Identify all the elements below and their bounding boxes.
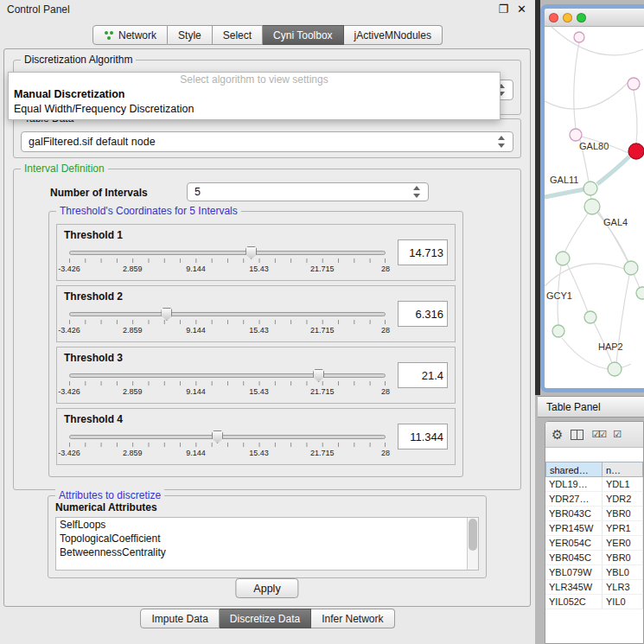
select-columns-icon[interactable]: ☑☑ [591, 429, 605, 440]
scale-tick-label: 2.859 [123, 265, 143, 273]
scrollbar[interactable] [467, 518, 478, 570]
slider-track[interactable] [69, 435, 386, 439]
slider-ticks [69, 443, 386, 447]
tab-label: Impute Data [151, 613, 207, 625]
tab-impute-data[interactable]: Impute Data [140, 609, 219, 628]
tab-label: Infer Network [322, 613, 383, 625]
table-data-combobox[interactable]: galFiltered.sif default node [21, 131, 513, 152]
close-traffic-light-icon[interactable] [549, 13, 558, 22]
scale-tick-label: 15.43 [249, 387, 269, 396]
algorithm-option[interactable]: Equal Width/Frequency Discretization [9, 102, 500, 117]
scale-tick-label: 21.715 [310, 326, 335, 335]
scrollbar-thumb[interactable] [469, 519, 477, 551]
slider-thumb[interactable] [313, 369, 324, 382]
table-row[interactable]: YDL19…YDL1 [545, 477, 643, 492]
algorithm-dropdown-popup: Select algorithm to view settings Manual… [8, 72, 501, 120]
network-node[interactable] [570, 129, 582, 141]
slider-thumb[interactable] [245, 246, 257, 259]
algorithm-option[interactable]: Manual Discretization [9, 87, 500, 102]
minimize-traffic-light-icon[interactable] [563, 13, 572, 22]
slider-track[interactable] [69, 312, 386, 316]
column-header[interactable]: n… [603, 462, 643, 477]
float-window-icon[interactable]: ❐ [498, 3, 508, 16]
network-edge[interactable] [564, 214, 588, 252]
network-node[interactable] [556, 252, 570, 265]
scale-tick-label: 21.715 [310, 265, 335, 273]
network-node[interactable] [636, 287, 644, 299]
network-node[interactable] [552, 325, 564, 337]
attribute-item[interactable]: TopologicalCoefficient [56, 532, 478, 545]
table-row[interactable]: YBR043CYBR0 [545, 507, 643, 521]
network-edge[interactable] [545, 189, 584, 197]
tab-discretize-data[interactable]: Discretize Data [220, 609, 311, 628]
network-node[interactable] [583, 182, 597, 195]
table-row[interactable]: YLR345WYLR3 [545, 580, 643, 595]
application: Control Panel ❐ ✕ NetworkStyleSelectCyni… [0, 0, 644, 644]
network-edge[interactable] [574, 42, 579, 129]
number-of-intervals-combobox[interactable]: 5 [187, 182, 429, 201]
attribute-item[interactable]: BetweennessCentrality [56, 545, 478, 559]
tab-infer-network[interactable]: Infer Network [311, 609, 394, 628]
threshold-value-input[interactable] [398, 424, 448, 450]
table-settings-gear-icon[interactable]: ⚙ [552, 428, 563, 442]
table-row[interactable]: YBL079WYBL0 [545, 565, 643, 580]
tab-network[interactable]: Network [92, 25, 168, 45]
network-node[interactable] [608, 362, 622, 376]
combobox-value: galFiltered.sif default node [29, 136, 156, 148]
scale-tick-label: 28 [381, 326, 390, 335]
slider-thumb[interactable] [161, 308, 172, 321]
network-canvas[interactable]: GAL80GAL11GAL4GCY1HAP2 [545, 27, 644, 388]
network-window-titlebar[interactable] [545, 9, 644, 27]
network-edge[interactable] [552, 27, 643, 55]
table-panel-header[interactable]: Table Panel [538, 396, 644, 418]
interval-definition-group: Interval Definition Number of Intervals … [13, 169, 521, 490]
table-row[interactable]: YDR27…YDR2 [545, 492, 643, 507]
split-columns-icon[interactable] [571, 430, 583, 440]
slider-track[interactable] [69, 373, 386, 378]
table-data-group: Table Data galFiltered.sif default node [13, 118, 521, 158]
tab-select[interactable]: Select [213, 25, 263, 45]
network-node[interactable] [574, 32, 584, 42]
table-header-row: shared…n… [545, 462, 643, 477]
tab-jactivemnodules[interactable]: jActiveMNodules [344, 25, 443, 45]
network-node[interactable] [584, 199, 600, 214]
column-header[interactable]: shared… [545, 462, 603, 477]
network-edge[interactable] [567, 264, 588, 312]
scale-tick-label: 2.859 [123, 387, 143, 396]
group-label: Discretization Algorithm [21, 54, 136, 66]
close-window-icon[interactable]: ✕ [517, 3, 526, 16]
column-visibility-icon[interactable]: ☑ [613, 429, 620, 440]
tab-cyni-toolbox[interactable]: Cyni Toolbox [263, 25, 343, 45]
threshold-value-input[interactable] [398, 239, 448, 265]
slider-track[interactable] [69, 251, 386, 255]
table-row[interactable]: YBR045CYBR0 [545, 551, 643, 565]
apply-button[interactable]: Apply [235, 578, 298, 598]
table-row[interactable]: YPR145WYPR1 [545, 521, 643, 536]
numerical-attributes-label: Numerical Attributes [55, 501, 157, 513]
tab-style[interactable]: Style [168, 25, 213, 45]
slider-ticks [69, 320, 386, 324]
table-row[interactable]: YIL052CYIL0 [545, 595, 643, 609]
group-label: Threshold's Coordinates for 5 Intervals [56, 205, 241, 217]
threshold-value-input[interactable] [398, 362, 448, 388]
network-node[interactable] [624, 261, 638, 275]
threshold-slider: -3.4262.8599.14415.4321.71528 [69, 368, 386, 401]
zoom-traffic-light-icon[interactable] [577, 13, 586, 22]
top-tab-bar: NetworkStyleSelectCyni ToolboxjActiveMNo… [0, 25, 535, 45]
scale-tick-label: 28 [381, 265, 390, 273]
network-node[interactable] [628, 143, 644, 159]
attribute-item[interactable]: SelfLoops [56, 518, 478, 532]
threshold-value-input[interactable] [398, 301, 448, 327]
network-node[interactable] [584, 311, 596, 323]
slider-thumb[interactable] [212, 430, 223, 443]
network-edge[interactable] [597, 156, 629, 184]
network-edge[interactable] [634, 90, 637, 143]
table-row[interactable]: YER054CYER0 [545, 536, 643, 551]
table-toolbar: ⚙ ☑☑ ☑ [545, 422, 643, 448]
threshold-slider: -3.4262.8599.14415.4321.71528 [69, 307, 386, 340]
network-node[interactable] [628, 78, 640, 90]
network-edge[interactable] [545, 82, 628, 109]
scale-tick-label: -3.426 [58, 326, 80, 335]
network-edge[interactable] [545, 264, 627, 286]
table-cell: YBL079W [545, 565, 603, 580]
